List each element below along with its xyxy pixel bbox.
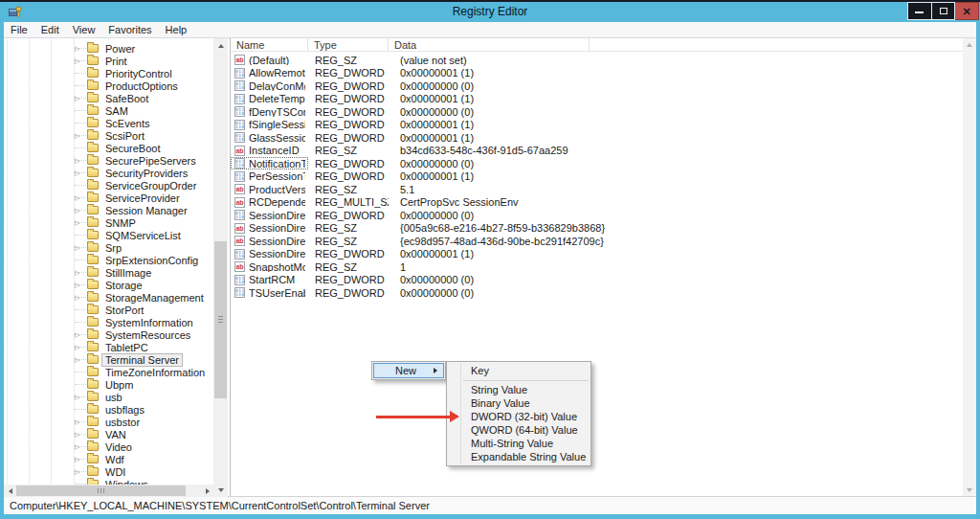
expander-icon[interactable]: ▷ <box>75 453 86 465</box>
scroll-left-button[interactable] <box>4 485 16 497</box>
value-row-fsinglesessionp[interactable]: 011110fSingleSessionP...REG_DWORD0x00000… <box>231 119 963 132</box>
tree-item-usb[interactable]: ▷usb <box>4 391 213 403</box>
tree-item-wdi[interactable]: ▷WDI <box>4 465 213 478</box>
expander-icon[interactable]: ▷ <box>75 440 86 453</box>
value-row-snapshotmonit[interactable]: abSnapshotMonit...REG_SZ1 <box>231 260 963 274</box>
submenu-item-string-value[interactable]: String Value <box>447 383 590 396</box>
value-row-delayconmgrti[interactable]: 011110DelayConMgrTi...REG_DWORD0x0000000… <box>231 79 963 93</box>
tree-item-stillimage[interactable]: ▷StillImage <box>4 266 213 279</box>
column-header-name[interactable]: Name <box>231 38 308 51</box>
value-row-sessiondirectory[interactable]: abSessionDirectory...REG_SZ{ec98d957-48a… <box>231 235 963 248</box>
column-header-type[interactable]: Type <box>308 38 389 51</box>
tree-item-usbflags[interactable]: usbflags <box>4 403 213 416</box>
expander-icon[interactable]: ▷ <box>75 92 86 104</box>
tree-item-serviceprovider[interactable]: ▷ServiceProvider <box>4 192 213 204</box>
tree-item-sqmservicelist[interactable]: SQMServiceList <box>4 229 213 241</box>
expander-icon[interactable]: ▷ <box>75 167 86 179</box>
title-bar[interactable]: Registry Editor ✕ <box>0 0 980 22</box>
value-row-sessiondirectory[interactable]: abSessionDirectory...REG_SZ{005a9c68-e21… <box>231 222 963 236</box>
value-row-fdenytsconnec[interactable]: 011110fDenyTSConnec...REG_DWORD0x0000000… <box>231 105 963 119</box>
expander-icon[interactable]: ▷ <box>75 279 86 291</box>
horizontal-scroll-thumb[interactable] <box>16 485 186 496</box>
value-row-sessiondirectory[interactable]: 011110SessionDirectory...REG_DWORD0x0000… <box>231 209 963 222</box>
context-menu-item-new[interactable]: New <box>373 363 444 378</box>
tree-item-timezoneinformation[interactable]: TimeZoneInformation <box>4 366 213 378</box>
expander-icon[interactable]: ▷ <box>75 266 86 279</box>
tree-vertical-scrollbar[interactable] <box>213 38 228 497</box>
column-header-data[interactable]: Data <box>389 38 590 51</box>
tree-item-terminal-server[interactable]: ▷Terminal Server <box>4 353 213 366</box>
tree-item-safeboot[interactable]: ▷SafeBoot <box>4 92 213 104</box>
submenu-item-dword-32-bit-value[interactable]: DWORD (32-bit) Value <box>447 410 590 423</box>
expander-icon[interactable]: ▷ <box>75 465 86 478</box>
expander-icon[interactable]: ▷ <box>75 154 86 167</box>
submenu-item-multi-string-value[interactable]: Multi-String Value <box>447 437 590 450</box>
value-row-notificationtim[interactable]: 011110NotificationTim...REG_DWORD0x00000… <box>231 157 963 170</box>
tree-item-storagemanagement[interactable]: ▷StorageManagement <box>4 291 213 304</box>
tree-item-print[interactable]: ▷Print <box>4 55 213 67</box>
values-list-pane[interactable]: Name Type Data ab(Default)REG_SZ(value n… <box>230 38 976 497</box>
tree-item-prioritycontrol[interactable]: PriorityControl <box>4 67 213 79</box>
tree-item-snmp[interactable]: ▷SNMP <box>4 216 213 229</box>
tree-item-tabletpc[interactable]: ▷TabletPC <box>4 341 213 353</box>
tree-item-storport[interactable]: StorPort <box>4 304 213 316</box>
tree-item-wdf[interactable]: ▷Wdf <box>4 453 213 465</box>
value-row-deletetempdirs[interactable]: 011110DeleteTempDirs...REG_DWORD0x000000… <box>231 93 963 106</box>
tree-item-systemresources[interactable]: ▷SystemResources <box>4 328 213 341</box>
menu-view[interactable]: View <box>66 22 102 37</box>
expander-icon[interactable]: ▷ <box>75 241 86 254</box>
value-row-allowremoterpc[interactable]: 011110AllowRemoteRPCREG_DWORD0x00000001 … <box>231 67 963 80</box>
menu-help[interactable]: Help <box>159 22 194 37</box>
expander-icon[interactable]: ▷ <box>75 42 86 55</box>
tree-item-sam[interactable]: SAM <box>4 104 213 117</box>
tree-item-productoptions[interactable]: ProductOptions <box>4 79 213 92</box>
value-row-instanceid[interactable]: abInstanceIDREG_SZb34cd633-548c-436f-91d… <box>231 145 963 158</box>
submenu-item-expandable-string-value[interactable]: Expandable String Value <box>447 450 590 463</box>
menu-file[interactable]: File <box>4 22 34 37</box>
value-row-persessiontemp[interactable]: 011110PerSessionTemp...REG_DWORD0x000000… <box>231 170 963 184</box>
expander-icon[interactable]: ▷ <box>75 353 86 366</box>
submenu-item-binary-value[interactable]: Binary Value <box>447 396 590 410</box>
submenu-item-qword-64-bit-value[interactable]: QWORD (64-bit) Value <box>447 423 590 437</box>
tree-horizontal-scrollbar[interactable] <box>4 485 213 497</box>
maximize-button[interactable] <box>931 2 955 20</box>
tree-item-systeminformation[interactable]: SystemInformation <box>4 316 213 328</box>
tree-item-usbstor[interactable]: ▷usbstor <box>4 416 213 428</box>
tree-item-session-manager[interactable]: ▷Session Manager <box>4 204 213 216</box>
value-row-productversion[interactable]: abProductVersionREG_SZ5.1 <box>231 183 963 196</box>
tree-item-servicegrouporder[interactable]: ServiceGroupOrder <box>4 179 213 192</box>
registry-tree-pane[interactable]: ▷Power▷PrintPriorityControlProductOption… <box>4 38 228 497</box>
tree-item-ubpm[interactable]: Ubpm <box>4 378 213 391</box>
tree-item-video[interactable]: ▷Video <box>4 440 213 453</box>
scroll-right-button[interactable] <box>201 485 213 497</box>
expander-icon[interactable]: ▷ <box>75 328 86 341</box>
tree-item-srp[interactable]: ▷Srp <box>4 241 213 254</box>
expander-icon[interactable]: ▷ <box>75 129 86 142</box>
scroll-down-button[interactable] <box>213 483 228 497</box>
tree-item-securityproviders[interactable]: ▷SecurityProviders <box>4 167 213 179</box>
list-vertical-scrollbar[interactable] <box>963 38 976 497</box>
tree-item-scevents[interactable]: ScEvents <box>4 117 213 129</box>
value-row-sessiondirectory[interactable]: 011110SessionDirectory...REG_DWORD0x0000… <box>231 248 963 261</box>
submenu-item-key[interactable]: Key <box>447 364 590 378</box>
tree-item-storage[interactable]: ▷Storage <box>4 279 213 291</box>
menu-favorites[interactable]: Favorites <box>101 22 158 37</box>
expander-icon[interactable]: ▷ <box>75 55 86 67</box>
value-row-default[interactable]: ab(Default)REG_SZ(value not set) <box>231 54 963 67</box>
minimize-button[interactable] <box>907 2 931 20</box>
tree-item-van[interactable]: ▷VAN <box>4 428 213 440</box>
value-row-startrcm[interactable]: 011110StartRCMREG_DWORD0x00000000 (0) <box>231 274 963 287</box>
scroll-down-button[interactable] <box>963 484 976 497</box>
expander-icon[interactable]: ▷ <box>75 341 86 353</box>
vertical-scroll-thumb[interactable] <box>214 241 227 398</box>
value-row-rcdependentse[interactable]: abRCDependentSe...REG_MULTI_SZCertPropSv… <box>231 196 963 210</box>
expander-icon[interactable]: ▷ <box>75 428 86 440</box>
expander-icon[interactable]: ▷ <box>75 416 86 428</box>
expander-icon[interactable]: ▷ <box>75 204 86 216</box>
menu-edit[interactable]: Edit <box>34 22 66 37</box>
expander-icon[interactable]: ▷ <box>75 391 86 403</box>
tree-item-power[interactable]: ▷Power <box>4 42 213 55</box>
value-row-tsuserenabled[interactable]: 011110TSUserEnabledREG_DWORD0x00000000 (… <box>231 286 963 300</box>
tree-item-securepipeservers[interactable]: ▷SecurePipeServers <box>4 154 213 167</box>
close-button[interactable]: ✕ <box>955 2 979 20</box>
